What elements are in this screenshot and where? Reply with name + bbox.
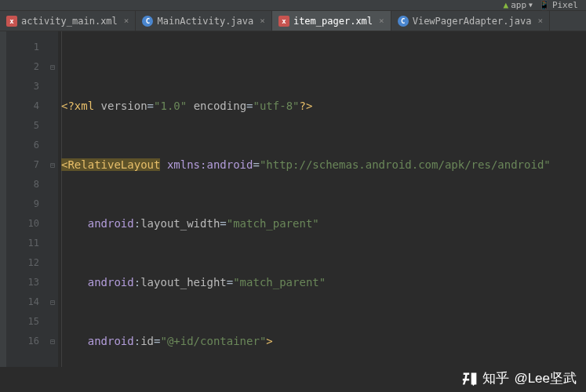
close-icon[interactable]: × — [537, 16, 543, 26]
java-file-icon: C — [142, 16, 153, 27]
close-icon[interactable]: × — [379, 16, 384, 26]
run-configuration-dropdown[interactable]: ▲ app ▼ — [504, 0, 533, 10]
code-line: android:id="@+id/container"> — [61, 332, 586, 351]
line-number: 2 — [6, 57, 39, 77]
line-number: 10 — [6, 214, 39, 234]
line-number: 14 — [6, 292, 39, 312]
line-number: 11 — [6, 234, 39, 253]
fold-toggle[interactable]: ⊟ — [47, 57, 58, 77]
code-line: android:layout_height="match_parent" — [61, 273, 586, 292]
line-number: 3 — [6, 77, 39, 96]
line-number: 13 — [6, 273, 39, 292]
close-icon[interactable]: × — [260, 16, 265, 26]
tab-viewpager-adapter[interactable]: C ViewPagerAdapter.java × — [391, 11, 550, 31]
java-file-icon: C — [398, 16, 409, 27]
line-number: 5 — [6, 116, 39, 136]
tab-label: activity_main.xml — [21, 16, 118, 27]
code-line: <?xml version="1.0" encoding="utf-8"?> — [61, 96, 586, 116]
device-label: Pixel — [552, 0, 578, 10]
code-area[interactable]: <?xml version="1.0" encoding="utf-8"?> <… — [58, 31, 586, 367]
line-number: 4 — [6, 96, 39, 116]
toolbar: ▲ app ▼ 📱 Pixel — [0, 0, 586, 11]
tab-item-pager[interactable]: x item_pager.xml × — [272, 11, 391, 31]
left-margin — [0, 31, 6, 367]
phone-icon: 📱 — [539, 0, 550, 10]
code-line: <RelativeLayout xmlns:android="http://sc… — [61, 155, 586, 175]
line-number: 16 — [6, 332, 39, 351]
android-icon: ▲ — [504, 0, 509, 10]
line-number: 12 — [6, 253, 39, 273]
line-number: 7 — [6, 155, 39, 175]
fold-toggle[interactable]: ⊟ — [47, 332, 58, 351]
tab-label: item_pager.xml — [293, 16, 373, 27]
line-number: 9 — [6, 194, 39, 214]
close-icon[interactable]: × — [124, 16, 129, 26]
editor-tabs: x activity_main.xml × C MainActivity.jav… — [0, 11, 586, 31]
xml-file-icon: x — [6, 16, 17, 27]
xml-file-icon: x — [278, 16, 289, 27]
line-gutter: 1 2 3 4 5 6 7 8 9 10 11 12 13 14 15 16 — [6, 31, 47, 367]
line-number: 15 — [6, 312, 39, 332]
line-number: 6 — [6, 136, 39, 155]
fold-strip: ⊟ ⊟ ⊟ ⊟ — [47, 31, 58, 367]
fold-toggle[interactable]: ⊟ — [47, 292, 58, 312]
run-config-label: app — [511, 0, 526, 10]
fold-toggle[interactable]: ⊟ — [47, 155, 58, 175]
tab-activity-main[interactable]: x activity_main.xml × — [0, 11, 136, 31]
code-line: android:layout_width="match_parent" — [61, 214, 586, 234]
editor[interactable]: 1 2 3 4 5 6 7 8 9 10 11 12 13 14 15 16 ⊟… — [0, 31, 586, 367]
tab-label: MainActivity.java — [157, 16, 253, 27]
tab-main-activity[interactable]: C MainActivity.java × — [136, 11, 271, 31]
line-number: 1 — [6, 38, 39, 57]
tab-label: ViewPagerAdapter.java — [413, 16, 532, 27]
line-number: 8 — [6, 175, 39, 194]
device-dropdown[interactable]: 📱 Pixel — [539, 0, 578, 10]
chevron-down-icon: ▼ — [529, 2, 533, 9]
